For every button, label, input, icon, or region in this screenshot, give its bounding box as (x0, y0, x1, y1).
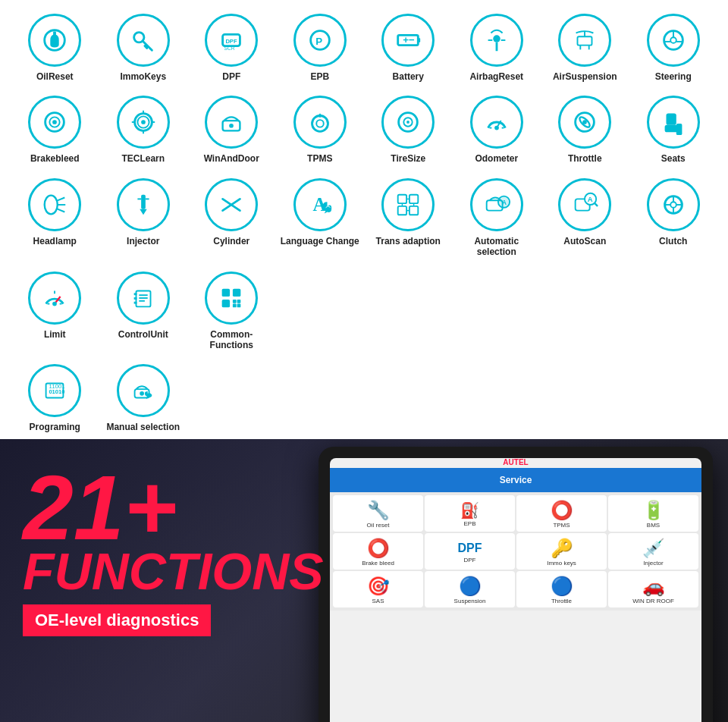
icon-immokeys[interactable]: ImmoKeys (100, 8, 187, 88)
tablet-brakebleed-label: Brake bleed (362, 560, 394, 567)
icon-tpms[interactable]: TPMS (277, 89, 364, 170)
icon-epb-label: EPB (310, 71, 329, 82)
icon-throttle[interactable]: Throttle (541, 89, 629, 170)
tablet-icon-sas: 🎯 SAS (333, 571, 423, 607)
icon-programing[interactable]: 0101011001 Programing (11, 358, 99, 438)
svg-rect-96 (222, 299, 230, 306)
icon-autoscan[interactable]: A AutoScan (541, 172, 629, 264)
icon-tpms-label: TPMS (307, 153, 332, 164)
icon-brakebleed[interactable]: Brakebleed (11, 89, 99, 170)
oe-level-box: OE-level diagnostics (23, 604, 211, 636)
icon-limit[interactable]: Limit (11, 265, 99, 357)
icon-injector-label: Injector (127, 236, 159, 246)
icon-seats-label: Seats (661, 153, 686, 164)
tablet-device: AUTEL Service 🔧 Oil reset ⛽ EPB ⭕ T (318, 447, 713, 722)
svg-rect-9 (419, 38, 421, 42)
svg-rect-92 (133, 297, 136, 300)
icon-clutch[interactable]: Clutch (630, 172, 717, 264)
icon-injector[interactable]: Injector (100, 172, 187, 264)
icon-oilreset-label: OilReset (36, 71, 74, 82)
svg-text:A: A (501, 199, 506, 206)
autel-logo-text: AUTEL (330, 458, 701, 466)
icon-empty-4-7 (630, 265, 717, 357)
big-number: 21+ (23, 462, 303, 553)
icon-steering-label: Steering (655, 71, 692, 82)
tablet-windroof-symbol: 🚗 (642, 577, 665, 595)
icon-cylinder[interactable]: Cylinder (188, 172, 275, 264)
svg-line-75 (595, 203, 598, 206)
icon-winanddoor-label: WinAndDoor (204, 153, 259, 164)
functions-label: FUNCTIONS (23, 545, 303, 597)
svg-text:DPF: DPF (226, 38, 238, 45)
icon-manualselection[interactable]: Manual selection (100, 358, 187, 438)
svg-point-11 (493, 35, 500, 42)
tablet-throttle-symbol: 🔵 (551, 577, 573, 595)
icons-grid-row1: OilReset ImmoKeys DPFSCR DPF P EPB +− Ba… (4, 8, 724, 439)
tablet-oilreset-label: Oil reset (367, 522, 390, 529)
icon-tiresize[interactable]: TireSize (365, 89, 452, 170)
icon-teclearn[interactable]: TECLearn (100, 89, 187, 170)
icon-headlamp[interactable]: Headlamp (11, 172, 99, 264)
svg-rect-98 (237, 299, 241, 303)
icon-autoscan-label: AutoScan (563, 236, 606, 246)
icon-oilreset[interactable]: OilReset (11, 8, 99, 88)
tablet-service-label: Service (500, 475, 532, 485)
icon-language-change[interactable]: A Language Change (277, 172, 364, 264)
icon-winanddoor[interactable]: WinAndDoor (188, 89, 275, 170)
bottom-left-content: 21+ FUNCTIONS OE-level diagnostics (0, 439, 318, 722)
icon-airsuspension[interactable]: AirSuspension (541, 8, 629, 88)
icon-controlunit[interactable]: ControlUnit (100, 265, 187, 357)
tablet-icon-windroof: 🚗 WIN DR ROOF (608, 571, 698, 607)
oe-level-text: OE-level diagnostics (35, 611, 199, 629)
tablet-icon-injector: 💉 Injector (608, 533, 698, 570)
tablet-nav-bar: Service (330, 468, 701, 492)
icon-dpf[interactable]: DPFSCR DPF (188, 8, 275, 88)
svg-rect-63 (410, 206, 418, 215)
svg-point-28 (141, 121, 146, 125)
tablet-immokeys-symbol: 🔑 (551, 539, 573, 557)
svg-point-34 (229, 124, 234, 128)
icon-epb[interactable]: P EPB (277, 8, 364, 88)
tablet-container: AUTEL Service 🔧 Oil reset ⛽ EPB ⭕ T (318, 447, 728, 722)
icon-commonfunctions[interactable]: Common-Functions (188, 265, 275, 357)
tablet-brakebleed-symbol: ⭕ (367, 539, 390, 557)
svg-rect-93 (133, 301, 136, 303)
tablet-sas-symbol: 🎯 (367, 577, 390, 595)
icon-seats[interactable]: Seats (630, 89, 717, 170)
tablet-injector-label: Injector (643, 560, 663, 567)
svg-point-25 (52, 121, 57, 125)
icon-airbagreset[interactable]: AirbagReset (453, 8, 541, 88)
tablet-suspension-label: Suspension (454, 598, 486, 604)
tablet-icon-brakebleed: ⭕ Brake bleed (333, 533, 423, 570)
tablet-screen: AUTEL Service 🔧 Oil reset ⛽ EPB ⭕ T (330, 458, 701, 722)
svg-rect-48 (664, 125, 677, 133)
svg-rect-14 (578, 36, 592, 45)
svg-point-86 (52, 301, 57, 306)
icon-airbagreset-label: AirbagReset (469, 71, 523, 82)
svg-rect-61 (410, 194, 418, 202)
icon-empty-4-6 (541, 265, 629, 357)
icon-brakebleed-label: Brakebleed (30, 153, 80, 164)
icon-odometer[interactable]: Odometer (453, 89, 541, 170)
icon-battery-label: Battery (393, 71, 424, 82)
tablet-windroof-label: WIN DR ROOF (632, 598, 674, 604)
svg-point-77 (670, 202, 676, 208)
icon-steering[interactable]: Steering (630, 8, 717, 88)
svg-point-46 (582, 121, 587, 125)
tablet-icon-dpf: DPF DPF (425, 533, 515, 570)
svg-point-19 (670, 37, 676, 43)
tablet-suspension-symbol: 🔵 (459, 577, 482, 595)
svg-point-50 (45, 195, 58, 214)
icon-immokeys-label: ImmoKeys (120, 71, 166, 82)
tablet-dpf-symbol: DPF (458, 542, 482, 554)
svg-rect-62 (398, 206, 406, 215)
tablet-icon-epb: ⛽ EPB (425, 495, 515, 532)
icon-tiresize-label: TireSize (391, 153, 425, 164)
icon-transadaption[interactable]: Trans adaption (365, 172, 452, 264)
tablet-bms-label: BMS (647, 522, 660, 529)
svg-line-51 (58, 197, 65, 200)
svg-rect-49 (676, 124, 682, 135)
icon-battery[interactable]: +− Battery (365, 8, 452, 88)
icon-autoselection[interactable]: A Automatic selection (453, 172, 541, 264)
tablet-dpf-label: DPF (464, 557, 476, 563)
